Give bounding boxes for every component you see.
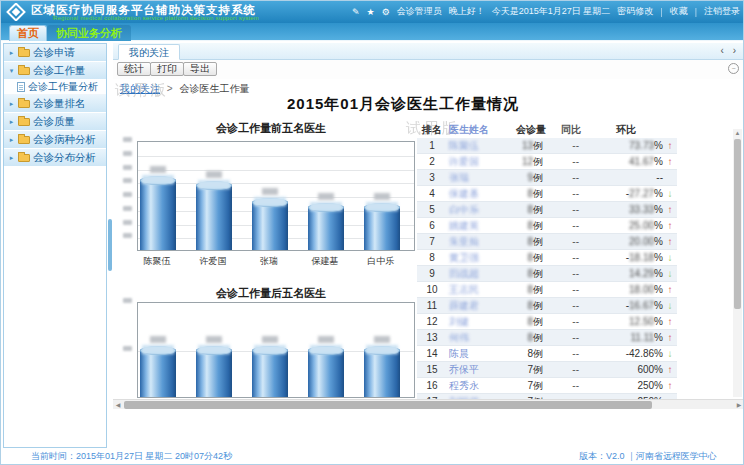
star-icon[interactable]: ★ — [367, 7, 375, 17]
table-row[interactable]: 6 姚建英 8例 -- 25.00% ↑ — [417, 218, 677, 234]
version-text: 版本：V2.0 ｜河南省远程医学中心 — [579, 450, 717, 463]
bar-2 — [252, 201, 288, 251]
consult-count-cell: 8例 — [509, 219, 553, 233]
table-row[interactable]: 1 陈聚伍 13例 -- 73.73% ↑ — [417, 138, 677, 154]
consult-count-cell: 13例 — [509, 139, 553, 153]
table-row[interactable]: 11 薛建君 8例 -- -16.67% ↓ — [417, 298, 677, 314]
scroll-up-icon[interactable]: ▲ — [733, 129, 742, 137]
sidebar-item-label: 会诊工作量 — [33, 64, 86, 78]
edit-icon[interactable]: ✎ — [352, 7, 360, 17]
table-row[interactable]: 4 保建基 8例 -- -27.27% ↓ — [417, 186, 677, 202]
scroll-right-icon[interactable]: ▶ — [734, 400, 744, 410]
sidebar-item[interactable]: ▾ 会诊工作量 — [4, 62, 106, 80]
tab-next-icon[interactable]: › — [733, 45, 736, 56]
rank-cell: 12 — [417, 316, 447, 327]
mom-cell: 250% — [589, 380, 663, 391]
sidebar-item-label: 会诊申请 — [33, 46, 75, 60]
table-row[interactable]: 3 张瑞 9例 -- -- — [417, 170, 677, 186]
consult-count-cell: 12例 — [509, 155, 553, 169]
table-row[interactable]: 7 朱亚灿 8例 -- 20.00% ↑ — [417, 234, 677, 250]
doctor-name-link[interactable]: 何伟 — [447, 331, 509, 345]
stat-button[interactable]: 统计 — [117, 62, 151, 76]
doctor-name-link[interactable]: 许爱国 — [447, 155, 509, 169]
sidebar-item[interactable]: ▸ 会诊病种分析 — [4, 131, 106, 149]
trend-arrow-icon: ↑ — [663, 364, 677, 375]
doctor-name-link[interactable]: 保建基 — [447, 187, 509, 201]
tab-my-follow[interactable]: 我的关注 — [118, 44, 180, 60]
rank-cell: 3 — [417, 172, 447, 183]
header-count: 会诊量 — [509, 123, 553, 137]
consult-count-cell: 8例 — [509, 203, 553, 217]
rank-cell: 11 — [417, 300, 447, 311]
table-row[interactable]: 8 黄卫强 8例 -- -18.18% ↓ — [417, 250, 677, 266]
yoy-cell: -- — [553, 156, 589, 167]
consult-count-cell: 7例 — [509, 363, 553, 377]
table-row[interactable]: 15 乔保平 7例 -- 600% ↑ — [417, 362, 677, 378]
doctor-name-link[interactable]: 陈聚伍 — [447, 139, 509, 153]
table-row[interactable]: 2 许爱国 12例 -- 41.67% ↑ — [417, 154, 677, 170]
doctor-name-link[interactable]: 乔保平 — [447, 363, 509, 377]
table-row[interactable]: 14 陈晨 8例 -- -42.86% ↓ — [417, 346, 677, 362]
yoy-cell: -- — [553, 236, 589, 247]
plot-area — [137, 141, 415, 251]
table-row[interactable]: 5 白中乐 8例 -- 33.33% ↑ — [417, 202, 677, 218]
horizontal-scroll-thumb[interactable] — [124, 401, 652, 409]
rank-cell: 1 — [417, 140, 447, 151]
sidebar-item-label: 会诊病种分析 — [33, 133, 96, 147]
table-row[interactable]: 13 何伟 8例 -- 11.11% ↑ — [417, 330, 677, 346]
doctor-name-link[interactable]: 黄卫强 — [447, 251, 509, 265]
sidebar-item[interactable]: ▸ 会诊分布分析 — [4, 149, 106, 167]
gear-icon[interactable]: ⚙ — [382, 7, 390, 17]
folder-icon — [18, 67, 30, 75]
breadcrumb-link[interactable]: 我的关注 — [120, 83, 160, 94]
sidebar-collapse-handle[interactable] — [108, 219, 112, 271]
plot-area — [137, 302, 415, 398]
rank-cell: 2 — [417, 156, 447, 167]
vertical-scrollbar[interactable]: ▲ — [733, 129, 742, 397]
doctor-name-link[interactable]: 薛建君 — [447, 299, 509, 313]
panel-menu-icon[interactable]: − — [728, 63, 739, 74]
mom-cell: -42.86% — [589, 348, 663, 359]
header-yoy: 同比 — [553, 123, 589, 137]
nav-tab-home[interactable]: 首页 — [9, 25, 47, 41]
horizontal-scrollbar[interactable]: ◀ ▶ — [113, 399, 744, 409]
doctor-name-link[interactable]: 王志民 — [447, 283, 509, 297]
doctor-name-link[interactable]: 张瑞 — [447, 171, 509, 185]
doctor-name-link[interactable]: 田战超 — [447, 267, 509, 281]
change-password-link[interactable]: 密码修改 — [617, 5, 653, 18]
bar-4 — [364, 206, 400, 250]
yoy-cell: -- — [553, 364, 589, 375]
doctor-name-link[interactable]: 朱亚灿 — [447, 235, 509, 249]
yoy-cell: -- — [553, 300, 589, 311]
sidebar-item[interactable]: ▸ 会诊申请 — [4, 44, 106, 62]
tab-prev-icon[interactable]: ‹ — [721, 45, 724, 56]
doctor-name-link[interactable]: 陈晨 — [447, 347, 509, 361]
scroll-left-icon[interactable]: ◀ — [113, 400, 123, 410]
doctor-name-link[interactable]: 姚建英 — [447, 219, 509, 233]
table-row[interactable]: 12 刘健 8例 -- 12.50% ↑ — [417, 314, 677, 330]
export-button[interactable]: 导出 — [183, 62, 217, 76]
logout-link[interactable]: 注销登录 — [704, 5, 740, 18]
mom-cell: 18.00% — [589, 284, 663, 295]
vertical-scroll-thumb[interactable] — [734, 139, 741, 309]
table-row[interactable]: 9 田战超 8例 -- 14.29% ↓ — [417, 266, 677, 282]
doctor-name-link[interactable]: 刘健 — [447, 315, 509, 329]
print-button[interactable]: 打印 — [150, 62, 184, 76]
favorites-link[interactable]: 收藏 — [670, 5, 688, 18]
mom-cell: 11.11% — [589, 332, 663, 343]
y-axis-tick-labels-blurred — [123, 300, 133, 396]
rank-cell: 13 — [417, 332, 447, 343]
doctor-name-link[interactable]: 白中乐 — [447, 203, 509, 217]
chart-title: 会诊工作量后五名医生 — [121, 286, 421, 301]
rank-cell: 15 — [417, 364, 447, 375]
rank-cell: 8 — [417, 252, 447, 263]
doctor-name-link[interactable]: 程秀永 — [447, 379, 509, 393]
page-title: 2015年01月会诊医生工作量情况 — [133, 95, 673, 114]
sidebar-item[interactable]: ▸ 会诊量排名 — [4, 95, 106, 113]
table-row[interactable]: 16 程秀永 7例 -- 250% ↑ — [417, 378, 677, 394]
breadcrumb: 我的关注 > 会诊医生工作量 — [120, 82, 249, 96]
sidebar-subitem[interactable]: 会诊工作量分析 — [4, 80, 106, 95]
nav-tab-collaboration-analysis[interactable]: 协同业务分析 — [47, 25, 131, 41]
sidebar-item[interactable]: ▸ 会诊质量 — [4, 113, 106, 131]
table-row[interactable]: 10 王志民 8例 -- 18.00% ↑ — [417, 282, 677, 298]
